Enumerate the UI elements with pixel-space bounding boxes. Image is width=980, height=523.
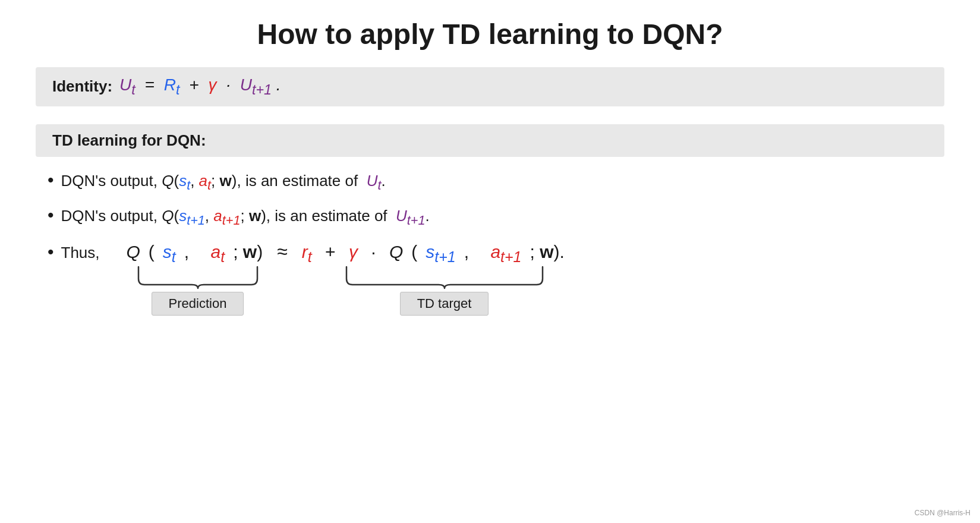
prediction-label: Prediction bbox=[152, 292, 244, 316]
watermark: CSDN @Harris-H bbox=[915, 509, 970, 517]
td-target-label: TD target bbox=[400, 292, 489, 316]
bullet-dot-1: • bbox=[48, 171, 54, 189]
slide-title: How to apply TD learning to DQN? bbox=[36, 18, 944, 51]
brace-row: Prediction TD target bbox=[127, 266, 565, 316]
identity-formula: Ut = Rt + γ · Ut+1 . bbox=[119, 75, 281, 98]
thus-label: Thus, bbox=[61, 244, 109, 262]
bullet-section: • DQN's output, Q(st, at; w), is an esti… bbox=[36, 170, 944, 316]
td-target-brace bbox=[335, 266, 554, 289]
td-learning-label: TD learning for DQN: bbox=[52, 131, 206, 149]
slide-container: How to apply TD learning to DQN? Identit… bbox=[0, 0, 980, 523]
thus-formula: Q(st, at; w) ≈ rt + γ · Q(st+1, at+1; w)… bbox=[127, 241, 565, 266]
prediction-brace bbox=[127, 266, 269, 289]
bullet-item-2: • DQN's output, Q(st+1, at+1; w), is an … bbox=[48, 205, 944, 230]
bullet-text-2: DQN's output, Q(st+1, at+1; w), is an es… bbox=[61, 205, 430, 230]
identity-label: Identity: bbox=[52, 77, 112, 96]
bullet-dot-thus: • bbox=[48, 243, 54, 261]
identity-box: Identity: Ut = Rt + γ · Ut+1 . bbox=[36, 67, 944, 106]
bullet-text-1: DQN's output, Q(st, at; w), is an estima… bbox=[61, 170, 386, 195]
bullet-dot-2: • bbox=[48, 206, 54, 224]
bullet-item-thus: • Thus, Q(st, at; w) ≈ rt + bbox=[48, 241, 944, 316]
td-learning-box: TD learning for DQN: bbox=[36, 124, 944, 157]
bullet-item-1: • DQN's output, Q(st, at; w), is an esti… bbox=[48, 170, 944, 195]
